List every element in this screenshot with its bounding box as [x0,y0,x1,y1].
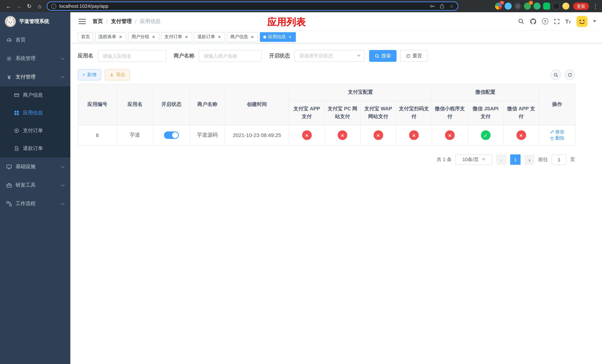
forward-icon[interactable]: → [14,1,24,11]
sidebar-item-merchant-info[interactable]: 商户信息 [0,86,70,104]
header-actions: ? TT [518,16,596,27]
toggle-knob [172,132,178,138]
sidebar-item-label: 支付管理 [16,74,35,80]
share-icon[interactable] [440,3,445,9]
close-icon[interactable]: × [184,34,189,39]
sidebar-item-infrastructure[interactable]: 基础设施 [0,157,70,176]
cell-wx-jsapi: ✓ [468,125,503,145]
reset-button[interactable]: 重置 [400,50,428,62]
sidebar-item-label: 基础设施 [16,163,35,170]
search-button[interactable]: 搜索 [369,50,397,62]
breadcrumb-current: 应用信息 [140,18,161,25]
next-page-button[interactable]: › [524,154,535,165]
grid-icon [14,110,19,116]
extension-pin-icon[interactable] [553,3,560,10]
extension-dark-icon[interactable] [514,3,521,10]
cell-app-id: 6 [78,125,117,145]
active-tab-dot [263,35,266,38]
col-created: 创建时间 [225,84,289,125]
help-icon[interactable]: ? [542,18,548,24]
app-logo [5,16,16,27]
collapse-sidebar-icon[interactable] [78,19,86,24]
refresh-table-button[interactable] [565,70,575,80]
tab-home[interactable]: 首页 [78,32,93,42]
url-text[interactable]: localhost:1024/pay/app [59,3,427,9]
reload-icon[interactable]: ↻ [24,1,34,11]
sidebar-item-label: 商户信息 [23,92,43,98]
prev-page-button[interactable]: ‹ [496,154,506,165]
total-label: 共 1 条 [437,156,452,163]
col-alipay-app: 支付宝 APP 支付 [289,101,324,125]
tab-app-info[interactable]: 应用信息× [260,32,296,42]
sidebar-item-devtools[interactable]: 研发工具 [0,176,70,194]
goto-label: 前往 [538,156,548,163]
extension-wechat-devtools-icon[interactable] [543,3,550,10]
sidebar-item-workflow[interactable]: 工作流程 [0,194,70,213]
browser-menu-icon[interactable]: ⋮ [593,3,598,10]
fullscreen-icon[interactable] [554,18,559,24]
cross-icon: × [516,130,526,140]
add-button[interactable]: + 新增 [78,69,101,80]
password-key-icon[interactable] [430,3,435,9]
home-icon[interactable]: ⌂ [35,1,44,11]
goto-page-input[interactable] [552,154,567,165]
export-button[interactable]: 导出 [105,69,130,80]
delete-link[interactable]: 删除 [550,135,564,141]
sidebar-item-label: 工作流程 [16,200,35,207]
font-size-icon[interactable]: TT [565,18,571,24]
tab-payment-orders[interactable]: 支付订单× [161,32,192,42]
close-icon[interactable]: × [288,34,292,39]
merchant-name-input[interactable] [199,50,262,62]
tab-merchant-info[interactable]: 商户信息× [227,32,258,42]
address-bar[interactable]: i localhost:1024/pay/app ☆ [47,1,458,11]
bookmark-star-icon[interactable]: ☆ [449,3,454,9]
app-name-input[interactable] [98,50,166,62]
sidebar-item-home[interactable]: 首页 [0,31,70,49]
tab-user-group[interactable]: 用户分组× [128,32,159,42]
breadcrumb-payment[interactable]: 支付管理 [111,18,132,25]
search-icon[interactable] [518,18,524,24]
sidebar-item-system[interactable]: 系统管理 [0,49,70,68]
sidebar-item-app-info[interactable]: 应用信息 [0,104,70,122]
page-size-select[interactable]: 10条/页 [455,154,492,165]
merchant-name-label: 商户名称 [174,53,194,59]
cell-alipay-wap: × [360,125,396,145]
credit-card-icon [14,93,19,98]
github-icon[interactable] [530,18,536,25]
tab-process-form[interactable]: 流程表单× [95,32,126,42]
close-icon[interactable]: × [118,34,123,39]
cross-icon: × [338,130,347,140]
tab-refund-orders[interactable]: 退款订单× [194,32,225,42]
extension-green-badged-icon[interactable]: 1 [524,3,531,10]
col-wx-lite: 微信小程序支付 [432,101,468,125]
user-avatar[interactable] [576,16,588,27]
pagination: 共 1 条 10条/页 ‹ 1 › 前往 页 [78,154,575,165]
close-icon[interactable]: × [151,34,156,39]
extension-emoji-icon[interactable] [562,3,570,10]
sidebar-item-payment-orders[interactable]: 支付订单 [0,122,70,139]
sidebar-item-payment[interactable]: ¥ 支付管理 [0,68,70,86]
status-toggle[interactable] [164,131,179,139]
extension-blue-icon[interactable] [505,3,512,10]
close-icon[interactable]: × [217,34,222,39]
extension-green-icon[interactable] [534,3,540,10]
extensions-puzzle-icon[interactable]: 10 [495,3,502,10]
close-icon[interactable]: × [250,34,255,39]
back-icon[interactable]: ← [4,1,13,11]
status-label: 开启状态 [269,53,290,59]
page-number-button[interactable]: 1 [510,154,521,165]
sidebar-item-refund-orders[interactable]: 退款订单 [0,139,70,157]
edit-link[interactable]: 修改 [550,129,564,135]
col-app-id: 应用编号 [78,84,117,125]
cell-app-name: 芋道 [117,125,153,145]
cell-merchant: 芋道源码 [190,125,225,145]
site-info-icon[interactable]: i [51,3,56,9]
chevron-down-icon[interactable] [593,20,596,22]
col-alipay-pc: 支付宝 PC 网站支付 [324,101,360,125]
status-select[interactable]: 请选择开启状态 [294,50,365,62]
update-button[interactable]: 更新 [573,2,589,10]
toggle-search-button[interactable] [550,70,561,80]
app-logo-link[interactable]: 芋道管理系统 [0,12,70,31]
sidebar-item-label: 支付订单 [23,127,43,134]
breadcrumb-home[interactable]: 首页 [93,18,103,25]
